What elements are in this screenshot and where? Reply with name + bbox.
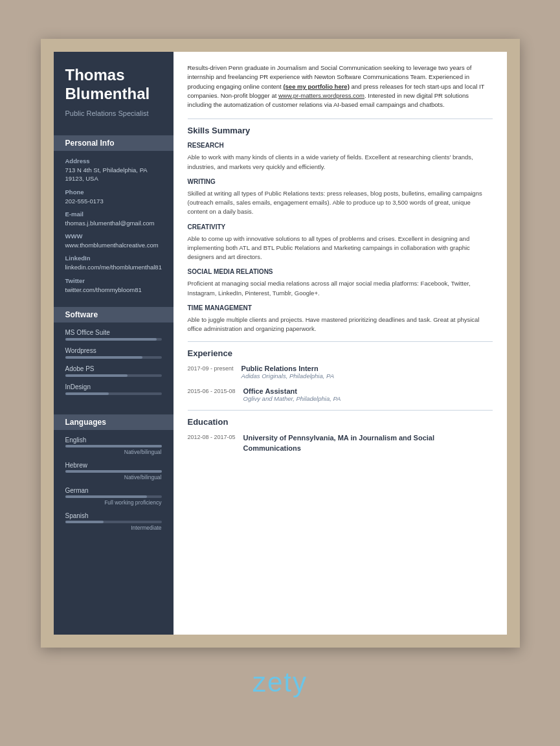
candidate-title: Public Relations Specialist	[65, 109, 162, 119]
software-name: Adobe PS	[65, 365, 162, 372]
software-bar-bg	[65, 356, 162, 359]
main-content: Results-driven Penn graduate in Journali…	[174, 52, 507, 635]
address-label: Address	[65, 157, 162, 164]
software-bar-fill	[65, 338, 157, 341]
candidate-name: Thomas Blumenthal	[65, 66, 162, 104]
edu-details: University of Pennsylvania, MA in Journa…	[243, 433, 493, 453]
skill-desc: Able to come up with innovative solution…	[188, 234, 493, 262]
sidebar-header: Thomas Blumenthal Public Relations Speci…	[54, 52, 174, 129]
languages-section: Languages English Native/bilingual Hebre…	[54, 408, 174, 544]
software-bar-bg	[65, 338, 162, 341]
skill-section: TIME MANAGEMENT Able to juggle multiple …	[188, 304, 493, 334]
www-label: WWW	[65, 232, 162, 240]
personal-info-section: Personal Info Address 713 N 4th St, Phil…	[54, 129, 174, 300]
linkedin-label: LinkedIn	[65, 254, 162, 262]
skill-desc: Able to work with many kinds of clients …	[188, 153, 493, 172]
skill-desc: Able to juggle multiple clients and proj…	[188, 315, 493, 334]
brand-footer: zety	[252, 667, 308, 698]
software-bar-fill	[65, 392, 109, 395]
language-bar-bg	[65, 470, 162, 473]
language-level: Native/bilingual	[65, 449, 162, 455]
software-item: Wordpress	[65, 347, 162, 359]
language-bar-bg	[65, 521, 162, 523]
software-item: MS Office Suite	[65, 329, 162, 341]
software-section: Software MS Office Suite Wordpress Adobe…	[54, 300, 174, 408]
language-bar-fill	[65, 445, 162, 447]
divider-education	[188, 410, 493, 411]
software-bar-fill	[65, 356, 142, 359]
exp-details: Public Relations Intern Adidas Originals…	[241, 365, 334, 379]
languages-heading: Languages	[54, 414, 174, 430]
skill-section: WRITING Skilled at writing all types of …	[188, 178, 493, 217]
skill-desc: Skilled at writing all types of Public R…	[188, 189, 493, 217]
software-name: InDesign	[65, 383, 162, 390]
language-bar-fill	[65, 521, 104, 523]
exp-title: Office Assistant	[243, 387, 341, 395]
experience-item: 2017-09 - present Public Relations Inter…	[188, 365, 493, 379]
email-value: thomas.j.blumenthal@gmail.com	[65, 219, 162, 227]
skill-heading: TIME MANAGEMENT	[188, 304, 493, 311]
languages-list: English Native/bilingual Hebrew Native/b…	[65, 436, 162, 531]
software-name: Wordpress	[65, 347, 162, 354]
software-list: MS Office Suite Wordpress Adobe PS InDes…	[65, 329, 162, 395]
language-item: German Full working proficiency	[65, 487, 162, 506]
software-bar-bg	[65, 374, 162, 377]
skill-section: RESEARCH Able to work with many kinds of…	[188, 142, 493, 172]
language-name: Hebrew	[65, 462, 162, 469]
twitter-label: Twitter	[65, 277, 162, 284]
sidebar: Thomas Blumenthal Public Relations Speci…	[54, 52, 174, 635]
linkedin-value: linkedin.com/me/thomblumenthal81	[65, 263, 162, 271]
exp-company: Oglivy and Mather, Philadelphia, PA	[243, 395, 341, 402]
edu-dates: 2012-08 - 2017-05	[188, 433, 236, 453]
language-item: Spanish Intermediate	[65, 512, 162, 531]
language-bar-fill	[65, 470, 162, 473]
edu-title: University of Pennsylvania, MA in Journa…	[243, 433, 493, 453]
twitter-value: twitter.com/thommybloom81	[65, 286, 162, 294]
language-level: Native/bilingual	[65, 474, 162, 480]
email-label: E-mail	[65, 210, 162, 218]
education-list: 2012-08 - 2017-05 University of Pennsylv…	[188, 433, 493, 453]
skill-heading: SOCIAL MEDIA RELATIONS	[188, 268, 493, 275]
language-name: Spanish	[65, 512, 162, 519]
language-name: English	[65, 436, 162, 444]
skill-heading: CREATIVITY	[188, 223, 493, 231]
language-bar-bg	[65, 495, 162, 498]
skill-heading: RESEARCH	[188, 142, 493, 149]
skill-section: CREATIVITY Able to come up with innovati…	[188, 223, 493, 262]
exp-company: Adidas Originals, Philadelphia, PA	[241, 372, 334, 379]
skill-section: SOCIAL MEDIA RELATIONS Proficient at man…	[188, 268, 493, 298]
education-item: 2012-08 - 2017-05 University of Pennsylv…	[188, 433, 493, 453]
phone-value: 202-555-0173	[65, 197, 162, 205]
software-bar-fill	[65, 374, 128, 377]
experience-heading: Experience	[188, 348, 493, 358]
resume: Thomas Blumenthal Public Relations Speci…	[54, 52, 507, 635]
summary-link[interactable]: (see my portfolio here)	[283, 83, 349, 90]
skill-desc: Proficient at managing social media rela…	[188, 279, 493, 298]
exp-dates: 2017-09 - present	[188, 365, 234, 379]
language-level: Intermediate	[65, 525, 162, 531]
divider-skills	[188, 119, 493, 119]
exp-dates: 2015-06 - 2015-08	[188, 387, 236, 402]
software-heading: Software	[54, 307, 174, 322]
experience-item: 2015-06 - 2015-08 Office Assistant Ogliv…	[188, 387, 493, 402]
software-item: InDesign	[65, 383, 162, 395]
skill-heading: WRITING	[188, 178, 493, 185]
software-name: MS Office Suite	[65, 329, 162, 336]
address-value: 713 N 4th St, Philadelphia, PA 19123, US…	[65, 166, 162, 183]
language-bar-fill	[65, 495, 148, 498]
language-item: English Native/bilingual	[65, 436, 162, 455]
summary-text: Results-driven Penn graduate in Journali…	[188, 63, 493, 109]
language-level: Full working proficiency	[65, 499, 162, 506]
summary-url[interactable]: www.pr-matters.wordpress.com	[278, 92, 364, 99]
software-item: Adobe PS	[65, 365, 162, 377]
skills-list: RESEARCH Able to work with many kinds of…	[188, 142, 493, 333]
language-name: German	[65, 487, 162, 494]
language-item: Hebrew Native/bilingual	[65, 462, 162, 480]
experience-list: 2017-09 - present Public Relations Inter…	[188, 365, 493, 402]
skills-heading: Skills Summary	[188, 126, 493, 135]
software-bar-bg	[65, 392, 162, 395]
www-value: www.thomblumenthalcreative.com	[65, 241, 162, 249]
language-bar-bg	[65, 445, 162, 447]
personal-info-heading: Personal Info	[54, 135, 174, 151]
exp-details: Office Assistant Oglivy and Mather, Phil…	[243, 387, 341, 402]
